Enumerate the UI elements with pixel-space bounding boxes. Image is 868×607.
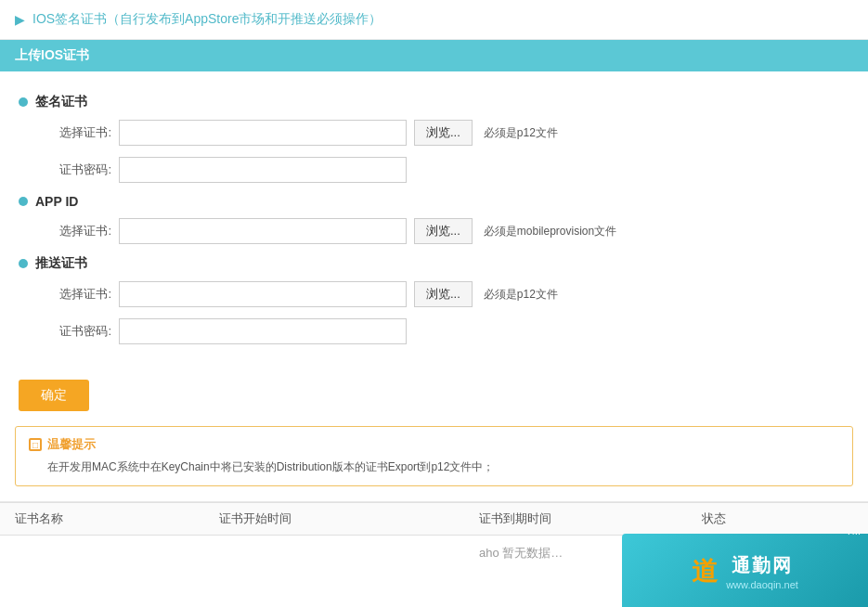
browse-button-1[interactable]: 浏览... [414, 120, 473, 146]
col-header-name: 证书名称 [0, 510, 204, 527]
appid-label: APP ID [35, 194, 78, 209]
tip-title-1: □ 温馨提示 [29, 436, 839, 453]
select-cert-row-1: 选择证书: 浏览... 必须是p12文件 [37, 120, 849, 146]
title-arrow-icon: ▶ [15, 12, 25, 27]
signing-cert-label: 签名证书 [35, 94, 87, 110]
watermark-logo: TM 道 通勤网 www.daoqin.net [622, 534, 868, 607]
cert-password-row-1: 证书密码: [37, 157, 849, 183]
cert-1-hint: 必须是p12文件 [484, 125, 558, 141]
cert-2-hint: 必须是mobileprovision文件 [484, 224, 616, 239]
tip-box-1: □ 温馨提示 在开发用MAC系统中在KeyChain中将已安装的Distribu… [15, 426, 853, 486]
trademark-badge: TM [846, 534, 861, 536]
select-cert-label-1: 选择证书: [37, 124, 111, 141]
watermark-title: 通勤网 [726, 553, 798, 578]
cert-3-hint: 必须是p12文件 [484, 287, 558, 303]
appid-group-label: APP ID [19, 194, 849, 209]
bullet-icon-3 [19, 259, 28, 268]
select-cert-label-3: 选择证书: [37, 286, 111, 303]
select-cert-input-3[interactable] [119, 281, 407, 307]
signing-cert-group-label: 签名证书 [19, 94, 849, 110]
tip-text-1: 在开发用MAC系统中在KeyChain中将已安装的Distribution版本的… [29, 458, 839, 476]
content-area: 签名证书 选择证书: 浏览... 必须是p12文件 证书密码: APP ID 选… [0, 71, 868, 370]
tip-icon-1: □ [29, 438, 42, 451]
empty-col-start [204, 545, 464, 562]
confirm-button[interactable]: 确定 [19, 380, 89, 411]
select-cert-label-2: 选择证书: [37, 223, 111, 239]
page-title: IOS签名证书（自行发布到AppStore市场和开推送必须操作） [32, 11, 382, 28]
bullet-icon [19, 97, 28, 107]
select-cert-row-3: 选择证书: 浏览... 必须是p12文件 [37, 281, 849, 307]
submit-area: 确定 [0, 370, 868, 426]
cert-password-label-2: 证书密码: [37, 323, 111, 340]
watermark-logo-icon: 道 [692, 554, 719, 589]
cert-password-row-2: 证书密码: [37, 318, 849, 344]
empty-col-name [0, 545, 204, 562]
cert-password-input-2[interactable] [119, 318, 407, 344]
col-header-start: 证书开始时间 [204, 510, 464, 527]
select-cert-input-1[interactable] [119, 120, 407, 146]
push-cert-group-label: 推送证书 [19, 255, 849, 272]
push-cert-label: 推送证书 [35, 255, 87, 272]
cert-table: 证书名称 证书开始时间 证书到期时间 状态 aho 暂无数据… TM 道 通勤 [0, 501, 868, 607]
cert-password-input-1[interactable] [119, 157, 407, 183]
watermark-url: www.daoqin.net [726, 579, 798, 590]
col-header-status: 状态 [687, 510, 868, 527]
select-cert-row-2: 选择证书: 浏览... 必须是mobileprovision文件 [37, 218, 849, 244]
browse-button-3[interactable]: 浏览... [414, 281, 473, 307]
tip-title-text-1: 温馨提示 [47, 436, 96, 453]
table-body: aho 暂无数据… TM 道 通勤网 www.daoqin.net [0, 536, 868, 607]
select-cert-input-2[interactable] [119, 218, 407, 244]
page-title-bar: ▶ IOS签名证书（自行发布到AppStore市场和开推送必须操作） [0, 0, 868, 40]
cert-password-label-1: 证书密码: [37, 161, 111, 178]
table-header: 证书名称 证书开始时间 证书到期时间 状态 [0, 502, 868, 536]
bullet-icon-2 [19, 197, 28, 206]
section-header: 上传IOS证书 [0, 40, 868, 71]
col-header-end: 证书到期时间 [464, 510, 687, 527]
browse-button-2[interactable]: 浏览... [414, 218, 473, 244]
